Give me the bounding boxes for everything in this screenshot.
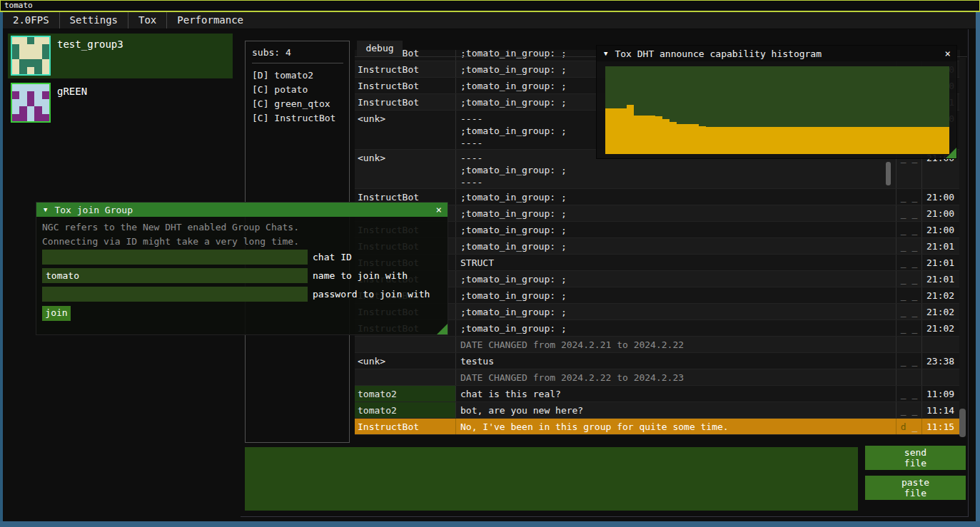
avatar-pixel [34, 59, 41, 66]
avatar-pixel [42, 84, 49, 91]
message-text-cell: ;tomato_in_group: ; [456, 287, 896, 303]
message-name-cell: <unk> [355, 150, 456, 188]
chat-row[interactable]: <unk>testus_ _23:38 [355, 353, 960, 369]
resize-grip[interactable] [437, 324, 448, 334]
paste-file-label-line1: paste [865, 477, 966, 488]
chat-row[interactable]: DATE CHANGED from 2024.2.21 to 2024.2.22 [355, 337, 960, 353]
member-list-item[interactable]: [C] InstructBot [252, 111, 349, 126]
collapse-arrow-icon[interactable]: ▼ [604, 50, 607, 57]
chat-row[interactable]: tomato2bot, are you new here?_ _11:14 [355, 402, 960, 419]
message-text-cell: DATE CHANGED from 2024.2.22 to 2024.2.23 [456, 369, 896, 385]
join-group-window: ▼ Tox join Group × NGC refers to the New… [36, 202, 448, 335]
message-status-cell: _ _ [896, 304, 921, 319]
message-text-cell: bot, are you new here? [456, 402, 896, 418]
message-name-cell: <unk> [355, 111, 456, 149]
message-time-cell: 21:02 [921, 287, 960, 303]
histogram-window-title: Tox DHT announce capability histogram [615, 48, 822, 59]
join-name-label: name to join with [313, 268, 408, 283]
status-indicator-a: d [901, 421, 906, 432]
message-status-cell: _ _ [896, 238, 921, 254]
avatar-pixel [27, 91, 34, 98]
member-list-item[interactable]: [D] tomato2 [252, 68, 349, 83]
message-name-cell: InstructBot [355, 94, 456, 110]
status-indicator-a: _ [901, 192, 906, 203]
chat-row[interactable]: tomato2chat is this real?_ _11:09 [355, 386, 960, 402]
os-window-titlebar[interactable]: tomato [0, 0, 980, 12]
message-status-cell: _ _ [896, 205, 921, 221]
fps-counter: 2.0FPS [3, 12, 59, 29]
histogram-window-titlebar[interactable]: ▼ Tox DHT announce capability histogram … [597, 46, 956, 61]
menu-item-performance[interactable]: Performance [167, 12, 253, 29]
send-file-label-line2: file [865, 458, 966, 469]
chat-row[interactable]: DATE CHANGED from 2024.2.22 to 2024.2.23 [355, 369, 960, 386]
message-text-line: ;tomato_in_group: ; [460, 240, 896, 252]
histogram-bar [864, 127, 871, 154]
histogram-bar [662, 119, 670, 154]
chat-id-field[interactable] [42, 250, 308, 265]
join-window-titlebar[interactable]: ▼ Tox join Group × [36, 203, 448, 217]
message-name-cell: tomato2 [355, 402, 456, 418]
message-text-line: ;tomato_in_group: ; [460, 164, 896, 176]
avatar-pixel [27, 52, 34, 59]
join-button[interactable]: join [42, 306, 71, 321]
member-list-item[interactable]: [C] green_qtox [252, 97, 349, 111]
avatar-pixel [19, 84, 26, 91]
group-avatar [11, 36, 51, 76]
status-indicator-b: _ [911, 274, 917, 285]
histogram-bar [928, 127, 935, 154]
message-status-cell: d _ [896, 419, 921, 434]
status-indicator-a: _ [901, 290, 906, 301]
close-icon[interactable]: × [436, 204, 442, 215]
status-indicator-b: _ [911, 307, 917, 317]
status-indicator-b: _ [911, 241, 917, 252]
message-time-cell: 21:00 [921, 189, 960, 205]
message-text-line: ;tomato_in_group: ; [460, 191, 896, 203]
send-file-button[interactable]: send file [865, 446, 966, 470]
menu-item-settings[interactable]: Settings [60, 12, 128, 29]
avatar-pixel [34, 99, 41, 106]
join-description-line2: Connecting via ID might take a very long… [42, 236, 299, 247]
message-scrollbar-thumb[interactable] [886, 162, 891, 185]
message-text-cell: ;tomato_in_group: ; [456, 304, 896, 319]
avatar-pixel [27, 99, 34, 106]
os-window-edge-bottom [0, 521, 980, 527]
join-window-title: Tox join Group [54, 205, 133, 215]
histogram-bar [727, 127, 734, 154]
paste-file-button[interactable]: paste file [865, 476, 966, 500]
chat-row[interactable]: InstructBotNo, I've been in this group f… [355, 419, 960, 435]
message-text-line: chat is this real? [460, 388, 896, 400]
join-name-field[interactable] [42, 268, 308, 283]
message-time-cell: 23:38 [921, 353, 960, 369]
message-text-cell: ;tomato_in_group: ; [456, 205, 896, 221]
avatar-pixel [34, 67, 41, 74]
close-icon[interactable]: × [945, 48, 951, 59]
menu-item-tox[interactable]: Tox [128, 12, 166, 29]
main-window-border [241, 516, 969, 517]
os-window-edge-right [976, 12, 980, 527]
histogram-bar [670, 122, 677, 155]
app-root: tomato 2.0FPS Settings Tox Performance t… [0, 0, 980, 527]
histogram-bar [706, 127, 713, 154]
message-text-cell: STRUCT [456, 255, 896, 270]
avatar-pixel [19, 99, 26, 106]
message-status-cell: _ _ [896, 320, 921, 336]
chat-scrollbar-thumb[interactable] [959, 409, 966, 437]
status-indicator-b: _ [911, 192, 917, 203]
member-list-item[interactable]: [C] potato [252, 83, 349, 97]
histogram-bar [914, 127, 921, 154]
histogram-bar [634, 116, 641, 154]
message-text-line: ;tomato_in_group: ; [460, 306, 896, 318]
collapse-arrow-icon[interactable]: ▼ [44, 206, 47, 213]
join-password-field[interactable] [42, 287, 308, 302]
status-indicator-b: _ [911, 208, 917, 219]
message-status-cell: _ _ [896, 271, 921, 287]
group-list-item[interactable]: test_group3 [8, 34, 233, 78]
group-list-item[interactable]: gREEN [8, 81, 233, 126]
chat-scrollbar-track[interactable] [959, 58, 966, 436]
tab-debug[interactable]: debug [357, 41, 403, 57]
histogram-bar [763, 127, 770, 154]
histogram-bar [756, 127, 763, 154]
resize-grip[interactable] [946, 148, 956, 158]
histogram-bar [827, 127, 834, 154]
message-input[interactable] [245, 447, 858, 511]
